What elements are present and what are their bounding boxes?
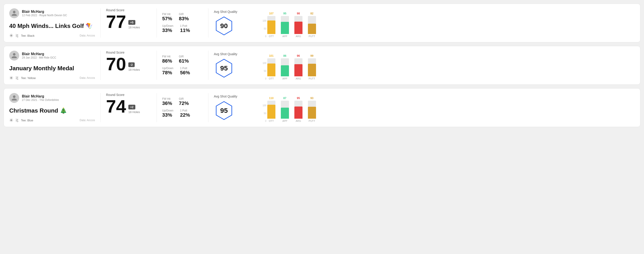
score-section: Round Score77+518 Holes (106, 8, 151, 38)
one-putt-stat: 1 Putt11% (180, 24, 190, 33)
bar-label-arg: ARG (296, 77, 301, 80)
fw-hit-stat: FW Hit36% (162, 97, 172, 106)
bar-fill-ott (267, 20, 276, 34)
score-main: 70-218 Holes (106, 55, 151, 73)
up-down-stat: Up/Down78% (162, 67, 173, 76)
bar-value-putt: 82 (310, 12, 313, 15)
score-badge-area: +218 Holes (128, 105, 140, 116)
avatar (9, 8, 19, 18)
bar-group-ott: 110OTT (267, 97, 276, 122)
gir-label: GIR (179, 13, 189, 16)
stats-section: FW Hit57%GIR83%Up/Down33%1 Putt11% (162, 8, 203, 38)
tee-info: Tee: Yellow (9, 76, 36, 80)
score-main: 74+218 Holes (106, 98, 151, 116)
score-badge-area: -218 Holes (128, 62, 140, 73)
hexagon: 95 (214, 101, 234, 121)
round-meta: 29 Jan 2022 · Mill Ride GCC (22, 56, 56, 59)
chart-section: 100 50 0 107OTT95APP98ARG82PUTT (259, 8, 635, 38)
score-section: Round Score74+218 Holes (106, 93, 151, 122)
player-name: Blair McHarg (22, 10, 67, 14)
up-down-value: 33% (162, 112, 173, 118)
wind-icon (15, 33, 19, 38)
bar-value-arg: 96 (297, 54, 300, 57)
bar-fill-app (281, 65, 289, 76)
gir-label: GIR (179, 97, 189, 101)
bar-value-arg: 95 (297, 97, 300, 100)
axis-0: 0 (265, 35, 266, 38)
axis-100: 100 (262, 104, 266, 107)
gir-value: 72% (179, 101, 189, 106)
bar-group-app: 87APP (281, 97, 289, 122)
holes-label: 18 Holes (128, 110, 140, 114)
gir-value: 61% (179, 58, 189, 64)
score-main: 77+518 Holes (106, 13, 151, 31)
avg-shot-quality-label: Avg Shot Quality (214, 95, 237, 98)
one-putt-value: 22% (180, 112, 190, 118)
bar-bg-ott (267, 58, 276, 76)
tee-label: Tee: Black (21, 34, 34, 37)
bar-value-ott: 110 (269, 97, 274, 100)
score-diff-badge: +5 (128, 20, 135, 25)
one-putt-value: 11% (180, 27, 190, 33)
one-putt-label: 1 Putt (180, 24, 190, 27)
shot-quality-score: 95 (220, 107, 228, 114)
tee-data: Tee: Yellow Data: Arccos (9, 76, 95, 80)
bar-bg-app (281, 16, 289, 34)
bar-fill-putt (308, 107, 316, 119)
bar-fill-ott (267, 105, 276, 119)
bar-bg-putt (308, 101, 316, 119)
gir-stat: GIR72% (179, 97, 189, 106)
chart-section: 100 50 0 101OTT86APP96ARG99PUTT (259, 51, 635, 80)
avg-shot-quality-label: Avg Shot Quality (214, 10, 237, 13)
wind-icon (15, 118, 19, 122)
bar-bg-app (281, 58, 289, 76)
score-badge-area: +518 Holes (128, 20, 140, 31)
tee-info: Tee: Blue (9, 118, 33, 122)
bar-chart: 107OTT95APP98ARG82PUTT (267, 8, 316, 38)
round-title: Christmas Round 🎄 (9, 107, 95, 114)
bar-fill-putt (308, 24, 316, 34)
round-meta: 27 Dec 2021 · The Oxfordshire (22, 98, 59, 102)
bar-bg-ott (267, 16, 276, 34)
one-putt-stat: 1 Putt56% (180, 67, 190, 76)
quality-section: Avg Shot Quality90 (214, 8, 259, 38)
one-putt-value: 56% (180, 70, 190, 76)
player-info: Blair McHarg29 Jan 2022 · Mill Ride GCC (22, 52, 56, 59)
axis-0: 0 (265, 120, 266, 122)
bar-fill-app (281, 108, 289, 119)
round-card: Blair McHarg27 Dec 2021 · The Oxfordshir… (4, 88, 640, 127)
up-down-label: Up/Down (162, 24, 173, 27)
weather-icon (9, 33, 13, 38)
player-header: Blair McHarg29 Jan 2022 · Mill Ride GCC (9, 51, 95, 61)
bar-bg-putt (308, 16, 316, 34)
gir-value: 83% (179, 16, 189, 22)
hexagon: 90 (214, 16, 234, 36)
round-left-section: Blair McHarg29 Jan 2022 · Mill Ride GCCJ… (9, 51, 95, 80)
tee-label: Tee: Blue (21, 119, 33, 122)
up-down-stat: Up/Down33% (162, 109, 173, 118)
axis-0: 0 (265, 77, 266, 80)
bar-bg-putt (308, 58, 316, 76)
bar-label-ott: OTT (269, 35, 274, 38)
fw-hit-value: 36% (162, 101, 172, 106)
bar-group-ott: 101OTT (267, 54, 276, 80)
bar-bg-arg (294, 58, 302, 76)
hexagon-container: 95 (214, 58, 234, 78)
up-down-value: 33% (162, 27, 173, 33)
weather-icon (9, 76, 13, 80)
stats-section: FW Hit36%GIR72%Up/Down33%1 Putt22% (162, 93, 203, 122)
bar-value-putt: 99 (310, 54, 313, 57)
round-left-section: Blair McHarg27 Dec 2021 · The Oxfordshir… (9, 93, 95, 122)
round-card: Blair McHarg29 Jan 2022 · Mill Ride GCCJ… (4, 46, 640, 85)
score-diff-badge: -2 (128, 62, 135, 67)
avg-shot-quality-label: Avg Shot Quality (214, 52, 237, 56)
up-down-stat: Up/Down33% (162, 24, 173, 33)
player-info: Blair McHarg12 Feb 2022 · Royal North De… (22, 10, 67, 17)
gir-stat: GIR61% (179, 55, 189, 64)
fw-hit-label: FW Hit (162, 55, 172, 58)
axis-100: 100 (262, 20, 266, 22)
round-left-section: Blair McHarg12 Feb 2022 · Royal North De… (9, 8, 95, 38)
quality-section: Avg Shot Quality95 (214, 93, 259, 122)
bar-group-arg: 98ARG (294, 12, 302, 38)
data-source: Data: Arccos (80, 76, 95, 80)
